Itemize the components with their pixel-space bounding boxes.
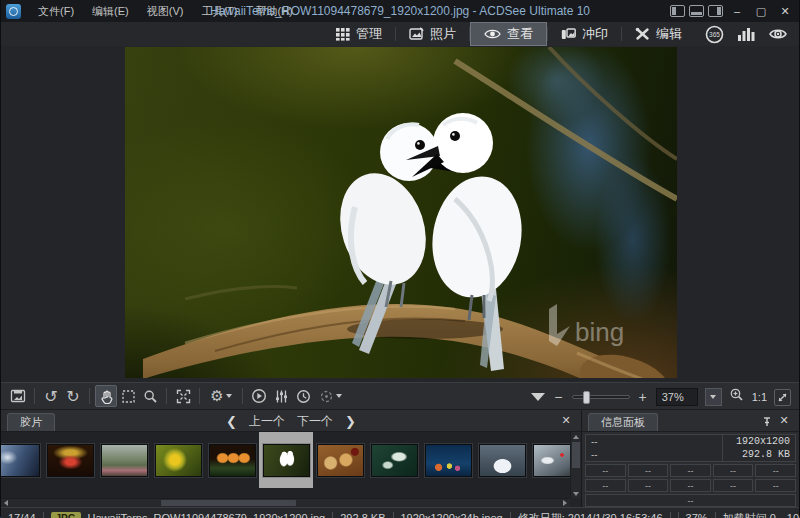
thumbnail-image — [1, 444, 40, 477]
thumbnail-sunflower[interactable] — [151, 432, 205, 488]
zoom-lock-icon[interactable] — [729, 387, 745, 407]
rotate-left-button[interactable]: ↺ — [40, 385, 62, 407]
actual-size-button[interactable]: 1:1 — [752, 391, 767, 403]
tab-photos-label: 照片 — [430, 25, 456, 43]
info-cell: -- — [628, 464, 669, 477]
edit-icon — [635, 27, 650, 41]
thumbnail-green-ice-lake[interactable] — [367, 432, 421, 488]
scrollbar-thumb[interactable] — [572, 442, 580, 468]
zoom-preset-dropdown[interactable] — [705, 388, 722, 406]
filmstrip-header: 胶片 ❮ 上一个 下一个 ❯ ✕ — [1, 410, 581, 432]
tab-manage-label: 管理 — [356, 25, 382, 43]
info-panel: 信息面板 ✕ -- -- 1920x1200 292.8 KB — [582, 410, 799, 507]
status-load-time: 加载时间 0，10 秒 — [723, 511, 800, 518]
filmstrip-vertical-scrollbar[interactable] — [570, 432, 581, 498]
svg-text:bing: bing — [575, 317, 624, 347]
filmstrip-close-icon[interactable]: ✕ — [559, 413, 573, 427]
scroll-right-icon[interactable] — [560, 499, 570, 507]
menu-edit[interactable]: 编辑(E) — [83, 0, 138, 22]
zoom-percent-field[interactable]: 37% — [656, 388, 698, 406]
display-settings-button[interactable]: ⚙ — [205, 385, 237, 407]
scroll-down-icon[interactable] — [571, 489, 581, 498]
tab-edit[interactable]: 编辑 — [622, 22, 695, 46]
filmstrip-horizontal-scrollbar[interactable] — [1, 498, 570, 507]
zoom-out-button[interactable]: − — [552, 389, 564, 405]
thumbnail-image — [533, 444, 571, 477]
gear-icon: ⚙ — [210, 387, 223, 405]
image-dimensions-value: 1920x1200 — [728, 436, 790, 447]
scroll-up-icon[interactable] — [571, 432, 581, 441]
menu-view[interactable]: 视图(V) — [138, 0, 193, 22]
zoom-in-button[interactable]: + — [637, 389, 649, 405]
scrollbar-thumb[interactable] — [161, 500, 296, 506]
info-panel-tab[interactable]: 信息面板 — [588, 413, 658, 431]
info-panel-close-icon[interactable]: ✕ — [777, 413, 791, 427]
full-screen-button[interactable] — [172, 385, 194, 407]
maximize-button[interactable]: ▢ — [751, 3, 771, 19]
tab-manage[interactable]: 管理 — [323, 22, 395, 46]
auto-lens-button[interactable] — [314, 385, 346, 407]
info-grid-row: ---------- — [585, 479, 796, 492]
filter-settings-button[interactable] — [270, 385, 292, 407]
tab-develop[interactable]: 冲印 — [548, 22, 621, 46]
layout-left-pane-icon[interactable] — [670, 5, 685, 17]
fit-image-button[interactable] — [774, 389, 791, 406]
thumbnail-ice-cave-arch[interactable] — [475, 432, 529, 488]
chevron-down-icon — [336, 394, 342, 398]
previous-button[interactable]: 上一个 — [249, 413, 285, 430]
tab-photos[interactable]: 照片 — [396, 22, 469, 46]
filmstrip-tab[interactable]: 胶片 — [7, 413, 55, 431]
close-button[interactable]: ✕ — [775, 3, 795, 19]
save-image-button[interactable] — [7, 385, 29, 407]
status-filename: HawaiiTerns_ROW11094478679_1920x1200.jpg — [88, 512, 326, 518]
acdsee-365-icon[interactable]: 365 — [701, 22, 727, 46]
thumbnail-image — [155, 444, 202, 477]
thumbnail-lantern-festival[interactable] — [43, 432, 97, 488]
grid-icon — [336, 27, 350, 41]
status-dimensions: 1920x1200x24b jpeg — [401, 512, 503, 518]
zoom-slider-handle[interactable] — [583, 391, 590, 404]
thumbnail-dim-sum-table[interactable] — [313, 432, 367, 488]
select-tool-button[interactable] — [117, 385, 139, 407]
divider — [43, 512, 44, 518]
photo-canvas[interactable]: bing — [125, 47, 677, 378]
auto-advance-button[interactable] — [292, 385, 314, 407]
pin-icon[interactable] — [761, 414, 773, 426]
app-icon[interactable] — [6, 4, 21, 19]
divider — [242, 388, 243, 404]
info-cell: -- — [755, 464, 796, 477]
layout-bottom-pane-icon[interactable] — [689, 5, 704, 17]
info-cell: -- — [670, 479, 711, 492]
tab-develop-label: 冲印 — [582, 25, 608, 43]
thumbnail-white-terns[interactable] — [259, 432, 313, 488]
pan-tool-button[interactable] — [95, 385, 117, 407]
dashboard-chart-icon[interactable] — [733, 22, 759, 46]
tab-view[interactable]: 查看 — [470, 22, 547, 46]
photos-icon — [409, 27, 424, 41]
seedrive-eye-icon[interactable] — [765, 22, 791, 46]
info-cell: -- — [713, 479, 754, 492]
next-button[interactable]: 下一个 — [297, 413, 333, 430]
zoom-tool-button[interactable] — [139, 385, 161, 407]
thumbnail-mountain-valley[interactable] — [97, 432, 151, 488]
layout-right-pane-icon[interactable] — [708, 5, 723, 17]
thumbnail-image — [425, 444, 472, 477]
thumbnail-golden-arches[interactable] — [205, 432, 259, 488]
minimize-button[interactable]: – — [727, 3, 747, 19]
info-summary-box: -- -- 1920x1200 292.8 KB — [585, 434, 796, 462]
thumbnail-coral-reef[interactable] — [421, 432, 475, 488]
zoom-slider[interactable] — [572, 395, 630, 399]
chevron-left-icon[interactable]: ❮ — [226, 414, 237, 429]
chevron-right-icon[interactable]: ❯ — [345, 414, 356, 429]
slideshow-play-button[interactable] — [248, 385, 270, 407]
collapse-filmstrip-icon[interactable] — [531, 393, 545, 401]
thumbnail-snowy-village[interactable] — [529, 432, 570, 488]
info-cell: -- — [585, 464, 626, 477]
bing-watermark: bing — [549, 304, 624, 347]
rotate-right-button[interactable]: ↻ — [62, 385, 84, 407]
scroll-left-icon[interactable] — [1, 499, 11, 507]
menu-file[interactable]: 文件(F) — [29, 0, 83, 22]
info-cell: -- — [585, 479, 626, 492]
info-grid-row: ---------- — [585, 464, 796, 477]
thumbnail-winter-forest[interactable] — [1, 432, 43, 488]
